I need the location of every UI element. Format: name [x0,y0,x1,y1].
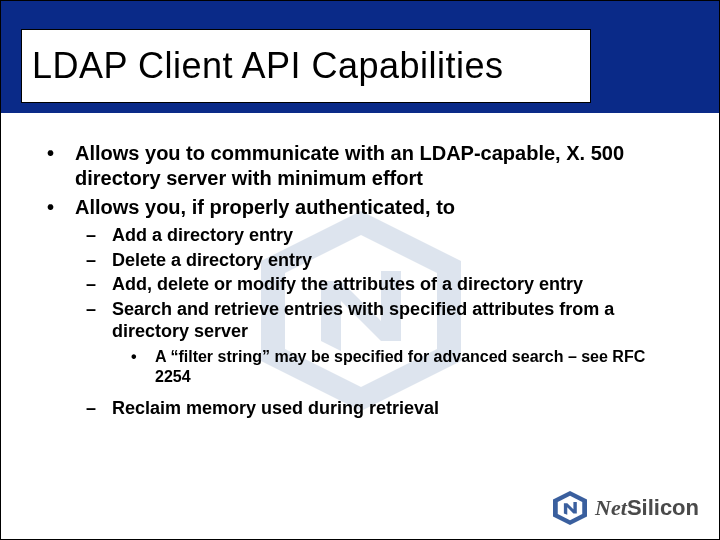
sub-bullet-item: – Delete a directory entry [86,249,679,272]
bullet-text: A “filter string” may be specified for a… [155,347,679,387]
slide: LDAP Client API Capabilities • Allows yo… [0,0,720,540]
body-content: • Allows you to communicate with an LDAP… [41,141,679,421]
bullet-dash-icon: – [86,397,112,420]
bullet-dot-icon: • [131,347,155,387]
bullet-text: Search and retrieve entries with specifi… [112,298,679,343]
bullet-dash-icon: – [86,249,112,272]
sub-bullet-item: – Search and retrieve entries with speci… [86,298,679,343]
netsilicon-logo-icon [551,491,589,525]
bullet-dot-icon: • [41,195,75,220]
bullet-dash-icon: – [86,298,112,343]
footer-logo: NetSilicon [551,491,699,525]
bullet-text: Add, delete or modify the attributes of … [112,273,583,296]
brand-silicon: Silicon [627,495,699,520]
sub-bullet-item: – Add a directory entry [86,224,679,247]
sub-bullet-item: – Reclaim memory used during retrieval [86,397,679,420]
brand-wordmark: NetSilicon [595,495,699,521]
sub-sub-bullet-item: • A “filter string” may be specified for… [131,347,679,387]
bullet-text: Allows you, if properly authenticated, t… [75,195,455,220]
bullet-dot-icon: • [41,141,75,191]
bullet-text: Delete a directory entry [112,249,312,272]
bullet-dash-icon: – [86,273,112,296]
bullet-text: Add a directory entry [112,224,293,247]
sub-bullet-item: – Add, delete or modify the attributes o… [86,273,679,296]
bullet-text: Allows you to communicate with an LDAP-c… [75,141,679,191]
bullet-item: • Allows you, if properly authenticated,… [41,195,679,220]
slide-title: LDAP Client API Capabilities [32,45,504,87]
brand-net: Net [595,495,627,520]
title-box: LDAP Client API Capabilities [21,29,591,103]
bullet-text: Reclaim memory used during retrieval [112,397,439,420]
bullet-dash-icon: – [86,224,112,247]
bullet-item: • Allows you to communicate with an LDAP… [41,141,679,191]
